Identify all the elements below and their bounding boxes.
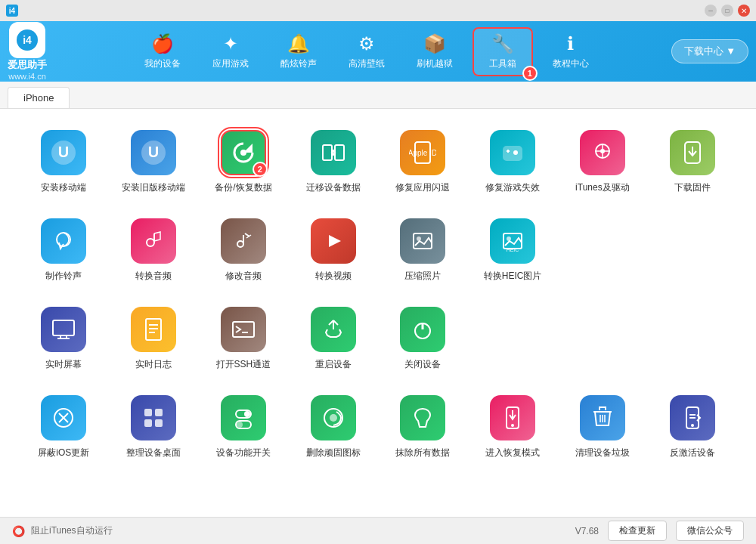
tool-item-compress-photo[interactable]: 压缩照片 [382, 212, 464, 289]
tool-item-open-ssh[interactable]: 打开SSH通道 [203, 301, 285, 377]
tool-item-deactivate[interactable]: 反激活设备 [651, 389, 733, 465]
tool-label-fix-game: 修复游戏失效 [485, 181, 540, 194]
svg-rect-20 [414, 233, 432, 249]
tool-icon-shutdown-device [400, 307, 445, 352]
version-label: V7.68 [575, 526, 599, 536]
nav-item-jailbreak[interactable]: 📦刷机越狱 [404, 29, 465, 75]
tool-row-row3: 实时屏幕 实时日志 打开SSH通道 重启设备 关闭设备 [23, 301, 733, 377]
tool-label-recovery-mode: 进入恢复模式 [485, 447, 540, 459]
stop-itunes-label[interactable]: 阻止iTunes自动运行 [31, 524, 113, 537]
tool-item-shutdown-device[interactable]: 关闭设备 [382, 301, 464, 377]
nav-label-toolbox: 工具箱 [489, 57, 516, 70]
tool-item-device-functions[interactable]: 设备功能开关 [203, 389, 285, 465]
nav-item-my-device[interactable]: 🍎我的设备 [132, 29, 193, 75]
tool-icon-convert-heic: HEIC [490, 218, 535, 264]
nav-item-apps-games[interactable]: ✦应用游戏 [200, 29, 261, 75]
tool-item-convert-video[interactable]: 转换视频 [292, 212, 374, 289]
svg-rect-22 [503, 233, 522, 249]
nav-item-toolbox[interactable]: 🔧工具箱1 [472, 27, 533, 76]
tool-icon-convert-audio [131, 218, 176, 264]
tool-row-row1: U安装移动端U安装旧版移动端 2备份/恢复数据 迁移设备数据 Apple ID … [23, 124, 733, 200]
tool-label-clean-junk: 清理设备垃圾 [575, 447, 630, 459]
tool-label-edit-audio: 修改音频 [225, 270, 262, 283]
tool-item-convert-audio[interactable]: 转换音频 [113, 212, 195, 289]
svg-rect-32 [144, 419, 152, 427]
tool-item-block-update[interactable]: 屏蔽iOS更新 [23, 389, 105, 465]
tool-item-itunes-driver[interactable]: iTunes及驱动 [562, 124, 644, 200]
tool-item-convert-heic[interactable]: HEIC 转换HEIC图片 [472, 212, 554, 289]
tool-item-make-ringtone[interactable]: 制作铃声 [23, 212, 105, 289]
tool-item-delete-icon[interactable]: 删除顽固图标 [292, 389, 374, 465]
status-right: V7.68 检查更新 微信公众号 [575, 521, 744, 541]
nav-item-wallpapers[interactable]: ⚙高清壁纸 [336, 29, 397, 75]
svg-point-12 [513, 150, 518, 155]
svg-text:i4: i4 [23, 34, 32, 46]
header: i4 爱思助手 www.i4.cn 🍎我的设备✦应用游戏🔔酷炫铃声⚙高清壁纸📦刷… [0, 21, 756, 82]
tool-item-install-old[interactable]: U安装旧版移动端 [113, 124, 195, 200]
tool-icon-compress-photo [400, 218, 445, 264]
tool-icon-convert-video [311, 218, 356, 264]
tool-row-row4: 屏蔽iOS更新 整理设备桌面 设备功能开关 删除顽固图标 抹除所有数据 进入恢复… [23, 389, 733, 465]
nav-icon-jailbreak: 📦 [423, 33, 446, 54]
maximize-button[interactable]: □ [721, 5, 733, 17]
tool-icon-fix-game [490, 130, 535, 175]
logo-icon: i4 [9, 22, 45, 58]
nav-icon-tutorials: ℹ [567, 33, 574, 54]
logo-url: www.i4.cn [8, 72, 46, 81]
svg-rect-31 [155, 409, 163, 416]
svg-point-14 [600, 149, 605, 153]
svg-text:U: U [148, 144, 159, 160]
tool-item-clean-junk[interactable]: 清理设备垃圾 [562, 389, 644, 465]
tools-container: U安装移动端U安装旧版移动端 2备份/恢复数据 迁移设备数据 Apple ID … [23, 124, 733, 465]
tool-label-device-functions: 设备功能开关 [216, 447, 271, 459]
tool-item-migrate-data[interactable]: 迁移设备数据 [292, 124, 374, 200]
tool-icon-open-ssh [221, 307, 266, 352]
minimize-button[interactable]: ─ [705, 5, 717, 17]
tool-label-backup-restore: 备份/恢复数据 [215, 181, 271, 194]
tool-label-deactivate: 反激活设备 [670, 447, 715, 459]
tool-item-edit-audio[interactable]: 修改音频 [203, 212, 285, 289]
svg-point-23 [507, 236, 511, 241]
svg-rect-27 [233, 322, 254, 337]
svg-rect-8 [335, 145, 344, 160]
tool-item-fix-app-crash[interactable]: Apple ID 修复应用闪退 [382, 124, 464, 200]
svg-point-35 [244, 411, 250, 417]
tool-item-erase-data[interactable]: 抹除所有数据 [382, 389, 464, 465]
svg-rect-25 [53, 320, 74, 335]
step-badge-2: 2 [253, 162, 268, 177]
svg-rect-30 [144, 409, 152, 416]
tool-label-delete-icon: 删除顽固图标 [306, 447, 361, 459]
tool-icon-realtime-screen [41, 307, 86, 352]
status-left: ⭕ 阻止iTunes自动运行 [12, 524, 113, 537]
tool-icon-install-app: U [41, 130, 86, 175]
nav-item-ringtones[interactable]: 🔔酷炫铃声 [268, 29, 329, 75]
tool-item-realtime-log[interactable]: 实时日志 [113, 301, 195, 377]
svg-rect-7 [323, 145, 332, 160]
tool-item-reboot-device[interactable]: 重启设备 [292, 301, 374, 377]
iphone-tab[interactable]: iPhone [8, 87, 70, 108]
wechat-official-button[interactable]: 微信公众号 [676, 521, 744, 541]
tool-icon-install-old: U [131, 130, 176, 175]
tool-label-migrate-data: 迁移设备数据 [306, 181, 361, 194]
tool-icon-download-fw [670, 130, 715, 175]
tool-item-download-fw[interactable]: 下载固件 [651, 124, 733, 200]
tool-item-fix-game[interactable]: 修复游戏失效 [472, 124, 554, 200]
svg-point-18 [237, 241, 243, 247]
tool-item-organize-desktop[interactable]: 整理设备桌面 [113, 389, 195, 465]
tool-item-realtime-screen[interactable]: 实时屏幕 [23, 301, 105, 377]
tool-item-recovery-mode[interactable]: 进入恢复模式 [472, 389, 554, 465]
tool-item-install-app[interactable]: U安装移动端 [23, 124, 105, 200]
tool-icon-device-functions [221, 395, 266, 440]
tool-icon-erase-data [400, 395, 445, 440]
close-button[interactable]: ✕ [738, 5, 750, 17]
download-center-button[interactable]: 下载中心 ▼ [671, 39, 748, 63]
tool-label-realtime-screen: 实时屏幕 [45, 358, 82, 371]
tool-icon-deactivate [670, 395, 715, 440]
tool-label-compress-photo: 压缩照片 [404, 270, 441, 283]
nav-item-tutorials[interactable]: ℹ教程中心 [541, 29, 601, 75]
check-update-button[interactable]: 检查更新 [608, 521, 667, 541]
tool-item-backup-restore[interactable]: 2备份/恢复数据 [203, 124, 285, 200]
tool-label-download-fw: 下载固件 [674, 181, 711, 194]
tool-icon-fix-app-crash: Apple ID [400, 130, 445, 175]
nav-icon-toolbox: 🔧 [491, 33, 514, 54]
